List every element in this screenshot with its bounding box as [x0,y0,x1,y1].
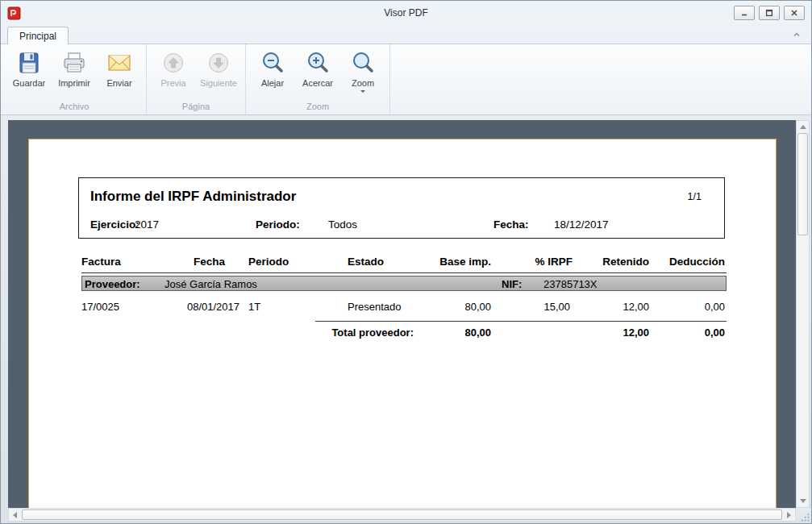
zoom-label: Zoom [352,78,374,88]
fecha-label: Fecha: [493,218,529,231]
previa-button[interactable]: Previa [152,48,195,88]
zoom-dropdown-button[interactable]: Zoom [341,48,385,95]
scroll-right-button[interactable] [783,509,795,521]
alejar-button[interactable]: Alejar [251,48,294,88]
cell-fecha: 08/01/2017 [178,301,239,314]
title-bar: Visor PDF [1,1,811,25]
header-estado: Estado [315,256,420,268]
provider-group-bar: Proveedor: José García Ramos NIF: 237857… [81,276,727,291]
vertical-scrollbar[interactable] [796,120,810,508]
document-workspace: Informe del IRPF Administrador 1/1 Ejerc… [1,115,811,523]
nif-label: NIF: [502,277,522,292]
scroll-down-button[interactable] [797,495,809,507]
chevron-up-icon [792,30,802,40]
periodo-value: Todos [328,218,357,231]
total-retenido: 12,00 [574,326,651,339]
scroll-down-icon [800,499,806,503]
acercar-button[interactable]: Acercar [296,48,339,88]
guardar-button[interactable]: Guardar [7,48,51,88]
imprimir-label: Imprimir [58,78,90,88]
scroll-up-icon [800,125,806,129]
table-header-row: Factura Fecha Periodo Estado Base imp. %… [81,256,727,273]
header-fecha: Fecha [178,256,239,268]
imprimir-button[interactable]: Imprimir [52,48,96,88]
envelope-icon [106,50,132,76]
group-label-zoom: Zoom [251,100,385,114]
siguiente-button[interactable]: Siguiente [197,48,240,88]
header-deduccion: Deducción [651,256,727,268]
scroll-right-icon [787,512,791,518]
horizontal-scrollbar-thumb[interactable] [22,509,782,520]
page-indicator: 1/1 [688,191,702,202]
report-table: Factura Fecha Periodo Estado Base imp. %… [81,256,727,339]
ribbon-group-zoom: Alejar Acercar Zoom [246,44,390,114]
fecha-value: 18/12/2017 [554,218,609,231]
cell-irpf: 15,00 [493,301,574,314]
nif-value: 23785713X [543,277,598,292]
header-irpf: % IRPF [493,256,574,268]
ribbon: Guardar Imprimir [1,44,811,115]
ejercicio-label: Ejercicio: [90,218,139,231]
cell-factura: 17/0025 [81,301,178,314]
provider-name: José García Ramos [164,277,257,292]
collapse-ribbon-button[interactable] [789,28,804,40]
scroll-left-icon [13,512,17,518]
maximize-icon [765,9,773,17]
zoom-in-icon [305,50,331,76]
zoom-icon [350,50,376,76]
pdf-page: Informe del IRPF Administrador 1/1 Ejerc… [28,139,777,508]
scroll-up-button[interactable] [797,121,809,133]
close-button[interactable] [784,6,805,20]
window-controls [734,6,805,20]
report-title: Informe del IRPF Administrador [90,189,296,205]
resize-grip-icon[interactable] [800,512,810,522]
provider-label: Proveedor: [85,277,140,292]
vertical-scrollbar-track[interactable] [797,235,809,495]
ribbon-group-archivo: Guardar Imprimir [2,44,147,114]
total-deduccion: 0,00 [651,326,727,339]
header-retenido: Retenido [574,256,651,268]
enviar-button[interactable]: Enviar [98,48,141,88]
total-irpf-empty [493,326,574,339]
ribbon-group-pagina: Previa Siguiente Página [147,44,246,114]
zoom-out-icon [260,50,285,76]
pdf-viewport: Informe del IRPF Administrador 1/1 Ejerc… [8,120,796,508]
cell-deduccion: 0,00 [651,301,727,314]
siguiente-label: Siguiente [200,78,237,88]
total-label: Total proveedor: [81,326,420,339]
arrow-up-circle-icon [160,50,186,76]
minimize-icon [740,9,748,17]
window-title: Visor PDF [1,7,811,19]
enviar-label: Enviar [106,78,131,88]
pdf-app-icon [7,6,21,20]
header-periodo: Periodo [239,256,315,268]
alejar-label: Alejar [261,78,284,88]
maximize-button[interactable] [759,6,780,20]
ejercicio-value: 2017 [135,218,159,231]
cell-base-imp: 80,00 [420,301,493,314]
cell-retenido: 12,00 [574,301,651,314]
previa-label: Previa [160,78,185,88]
horizontal-scrollbar[interactable] [8,508,796,522]
tab-principal[interactable]: Principal [7,27,69,44]
printer-icon [61,50,87,76]
report-header-box: Informe del IRPF Administrador 1/1 Ejerc… [78,177,725,239]
scrollbar-corner [796,508,811,523]
table-row: 17/0025 08/01/2017 1T Presentado 80,00 1… [81,301,727,314]
cell-estado: Presentado [315,301,420,314]
zoom-buttons: Alejar Acercar Zoom [251,48,385,100]
close-icon [790,9,798,17]
vertical-scrollbar-thumb[interactable] [797,133,808,235]
guardar-label: Guardar [13,78,45,88]
arrow-down-circle-icon [206,50,231,76]
acercar-label: Acercar [302,78,333,88]
total-row: Total proveedor: 80,00 12,00 0,00 [81,326,727,339]
minimize-button[interactable] [734,6,755,20]
header-base-imp: Base imp. [420,256,493,268]
group-label-pagina: Página [152,100,240,114]
cell-periodo: 1T [239,301,315,314]
ribbon-tab-strip: Principal [1,25,811,44]
pagina-buttons: Previa Siguiente [152,48,240,100]
header-factura: Factura [81,256,178,268]
scroll-left-button[interactable] [9,509,21,521]
